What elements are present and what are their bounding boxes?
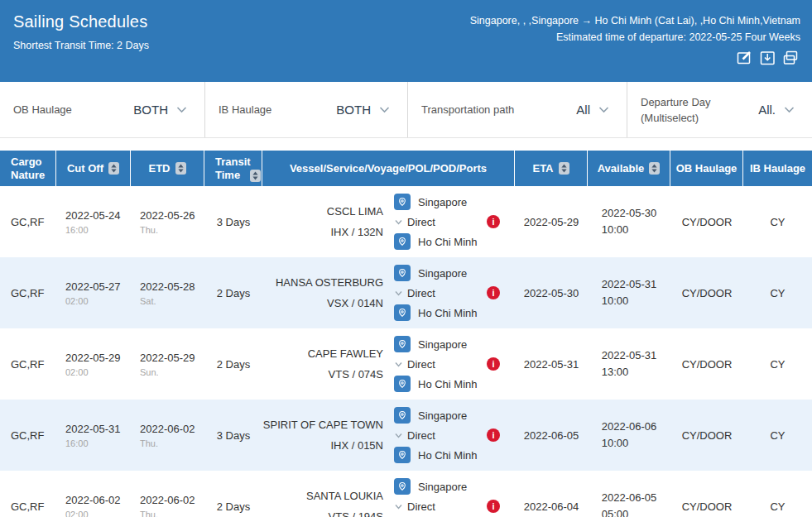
edit-icon[interactable] — [734, 48, 754, 68]
location-pin-icon[interactable] — [394, 304, 411, 321]
sort-icon[interactable] — [108, 162, 119, 175]
col-cargo-nature: Cargo Nature — [0, 151, 56, 186]
route-info: Singapore Direct i Ho — [394, 194, 515, 250]
pol-line: Singapore — [394, 265, 515, 281]
available-cell: 2022-06-05 05:00 — [588, 471, 670, 517]
location-pin-icon[interactable] — [394, 336, 411, 352]
filter-bar: OB Haulage BOTH IB Haulage BOTH Transpor… — [0, 82, 812, 138]
page-title: Sailing Schedules — [13, 12, 149, 31]
vessel-info: SPIRIT OF CAPE TOWN IHX / 015N — [262, 414, 383, 456]
etd-cell: 2022-05-29 Sun. — [131, 328, 204, 400]
location-pin-icon[interactable] — [394, 233, 411, 250]
col-available[interactable]: Available — [588, 151, 670, 186]
print-icon[interactable] — [781, 48, 800, 68]
info-icon[interactable]: i — [487, 215, 500, 228]
eta-cell: 2022-05-29 — [515, 186, 588, 257]
vessel-info: HANSA OSTERBURG VSX / 014N — [262, 272, 383, 314]
location-pin-icon[interactable] — [394, 376, 411, 392]
pol-name: Singapore — [418, 196, 467, 208]
transit-time-cell: 3 Days — [204, 400, 262, 471]
transit-time-cell: 2 Days — [204, 328, 262, 400]
etd-cell: 2022-06-02 Thu. — [131, 471, 204, 517]
filter-label: OB Haulage — [13, 102, 72, 117]
filter-ob-haulage[interactable]: OB Haulage BOTH — [0, 82, 204, 137]
filter-ib-haulage[interactable]: IB Haulage BOTH — [204, 82, 407, 137]
vessel-route-cell: HANSA OSTERBURG VSX / 014N Singapore — [262, 257, 515, 328]
col-transit-time[interactable]: Transit Time — [204, 151, 262, 186]
route-type: Direct — [407, 358, 435, 371]
cargo-nature-cell: GC,RF — [0, 471, 56, 517]
info-icon[interactable]: i — [487, 500, 500, 513]
transit-time-cell: 2 Days — [204, 257, 262, 328]
pol-name: Singapore — [418, 338, 467, 351]
available-cell: 2022-05-30 10:00 — [588, 186, 670, 257]
route-info: Singapore Direct i Ho — [394, 478, 515, 517]
sort-icon[interactable] — [175, 162, 186, 175]
chevron-down-icon[interactable] — [394, 360, 403, 369]
sort-icon[interactable] — [649, 162, 660, 175]
chevron-down-icon — [783, 103, 795, 116]
ib-haulage-cell: CY — [743, 186, 812, 257]
cut-off-cell: 2022-06-02 02:00 — [56, 471, 131, 517]
chevron-down-icon — [175, 103, 188, 116]
available-cell: 2022-06-06 10:00 — [588, 400, 670, 471]
schedule-table: Cargo Nature Cut Off ETD Transit Time Ve… — [0, 151, 812, 517]
filter-label: IB Haulage — [219, 102, 271, 117]
chevron-down-icon[interactable] — [394, 431, 403, 440]
table-header: Cargo Nature Cut Off ETD Transit Time Ve… — [0, 151, 812, 186]
pol-name: Singapore — [418, 409, 467, 422]
pol-line: Singapore — [394, 194, 515, 210]
header-actions — [470, 48, 800, 68]
vessel-info: CSCL LIMA IHX / 132N — [262, 201, 383, 242]
page-header: Sailing Schedules Shortest Transit Time:… — [0, 0, 812, 82]
info-icon[interactable]: i — [487, 286, 500, 299]
info-icon[interactable]: i — [487, 357, 500, 371]
cargo-nature-cell: GC,RF — [0, 400, 56, 471]
pol-line: Singapore — [394, 478, 515, 495]
sort-icon[interactable] — [559, 162, 569, 175]
route-info: Singapore Direct i Ho — [394, 407, 515, 463]
pod-name: Ho Chi Minh — [418, 236, 478, 248]
filter-departure-day[interactable]: Departure Day (Multiselect) All. — [627, 82, 812, 137]
sort-icon[interactable] — [250, 170, 261, 182]
direct-line: Direct i — [394, 213, 515, 230]
available-cell: 2022-05-31 10:00 — [588, 257, 670, 328]
cut-off-cell: 2022-05-24 16:00 — [56, 186, 131, 257]
chevron-down-icon[interactable] — [394, 218, 403, 227]
cargo-nature-cell: GC,RF — [0, 186, 56, 257]
pod-name: Ho Chi Minh — [418, 378, 478, 390]
col-etd[interactable]: ETD — [131, 151, 204, 186]
col-eta[interactable]: ETA — [515, 151, 588, 186]
col-cut-off[interactable]: Cut Off — [56, 151, 131, 186]
table-row: GC,RF 2022-05-27 02:00 2022-05-28 Sat. 2… — [0, 257, 812, 328]
chevron-down-icon[interactable] — [394, 502, 403, 511]
location-pin-icon[interactable] — [394, 478, 411, 495]
vessel-info: CAPE FAWLEY VTS / 074S — [262, 343, 383, 385]
etd-cell: 2022-05-26 Thu. — [131, 186, 204, 257]
pod-line: Ho Chi Minh — [394, 376, 515, 392]
pod-name: Ho Chi Minh — [418, 449, 478, 462]
route-type: Direct — [407, 429, 435, 442]
filter-label: Transportation path — [421, 102, 514, 117]
route-summary: Singapore, , ,Singapore → Ho Chi Minh (C… — [470, 12, 800, 29]
route-type: Direct — [407, 287, 435, 299]
route-type: Direct — [407, 500, 435, 513]
download-icon[interactable] — [757, 48, 777, 68]
info-icon[interactable]: i — [487, 428, 500, 442]
col-ob-haulage: OB Haulage — [670, 151, 743, 186]
location-pin-icon[interactable] — [394, 194, 411, 210]
ob-haulage-cell: CY/DOOR — [670, 257, 743, 328]
cut-off-cell: 2022-05-31 16:00 — [56, 400, 131, 471]
location-pin-icon[interactable] — [394, 407, 411, 424]
filter-transportation-path[interactable]: Transportation path All — [407, 82, 627, 137]
direct-line: Direct i — [394, 427, 515, 443]
ob-haulage-cell: CY/DOOR — [670, 471, 743, 517]
shortest-transit-time: Shortest Transit Time: 2 Days — [13, 40, 149, 51]
location-pin-icon[interactable] — [394, 447, 411, 463]
location-pin-icon[interactable] — [394, 265, 411, 281]
col-ib-haulage: IB Haulage — [743, 151, 812, 186]
chevron-down-icon[interactable] — [394, 289, 403, 298]
filter-label: Departure Day (Multiselect) — [641, 94, 711, 126]
cargo-nature-cell: GC,RF — [0, 328, 56, 400]
pod-line: Ho Chi Minh — [394, 233, 515, 250]
